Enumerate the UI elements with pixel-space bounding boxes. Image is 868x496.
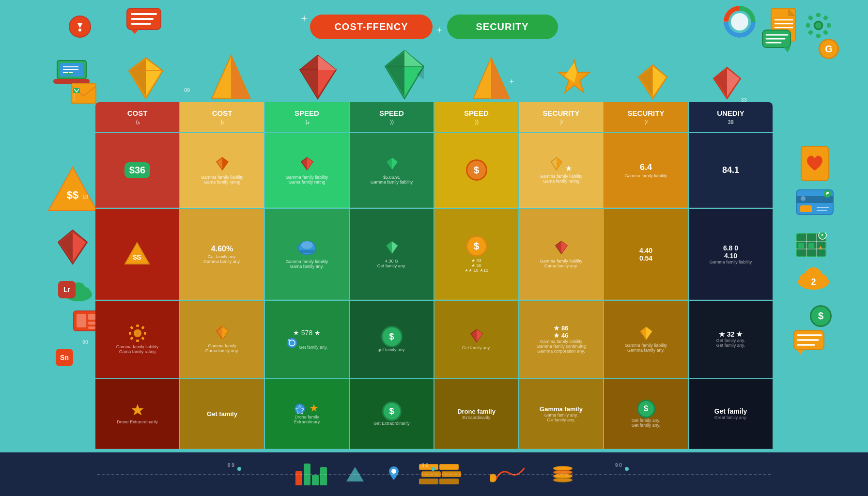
svg-point-21: [66, 287, 78, 298]
table-container: COST ⟨₅ COST ⟨₅ SPEED ⟨₄ SPEED ⟩⟩: [94, 101, 774, 450]
cell-4-3: Drone familyExtraordinary: [265, 379, 349, 449]
col-header-speed3-sub: ⟩⟩: [475, 119, 479, 125]
bar-1: [295, 471, 302, 485]
cell-2-8: 6.8 04.10 Gamma family liability: [689, 209, 773, 300]
svg-point-75: [805, 267, 822, 285]
svg-rect-122: [299, 250, 315, 253]
header-buttons: COST-FFENCY SECURITY: [94, 15, 774, 39]
svg-rect-132: [130, 326, 134, 330]
svg-rect-129: [136, 340, 139, 342]
deco-number-3: 90: [82, 339, 88, 345]
svg-marker-82: [797, 350, 804, 355]
svg-point-40: [814, 21, 823, 31]
cell-4-7-sub: Get family any.Get family any.: [607, 418, 685, 428]
table-row-3: Gamma family liabilityGama family rating…: [95, 301, 773, 378]
bar-3: [312, 475, 319, 485]
cell-2-2-num: 4.60%: [183, 245, 261, 253]
cell-1-3: Gamma family liabilityGama family rating: [265, 133, 349, 208]
bottom-num-2: 3 6: [421, 463, 428, 468]
block-6: [439, 479, 459, 484]
coin-4: [553, 478, 573, 482]
dot-marker-2: [431, 467, 435, 471]
cell-1-8: 84.1: [689, 133, 773, 208]
svg-rect-44: [827, 23, 831, 28]
comparison-table: COST ⟨₅ COST ⟨₅ SPEED ⟨₄ SPEED ⟩⟩: [94, 101, 774, 450]
svg-point-62: [823, 190, 831, 198]
svg-point-149: [391, 469, 396, 474]
svg-marker-15: [48, 167, 97, 211]
cell-2-4-sub: 4.30 GGet family any.: [353, 259, 431, 268]
svg-point-150: [490, 474, 496, 482]
svg-rect-25: [77, 314, 86, 327]
cell-3-3-stars: ★ 578 ★: [293, 329, 321, 337]
table-row-4: Drone Extraordinarily Get family Dr: [95, 379, 773, 449]
svg-rect-64: [796, 233, 826, 257]
cell-3-6-num: ★ 86★ 46: [522, 325, 600, 339]
cell-2-7: 4.400.54: [604, 209, 688, 300]
svg-rect-135: [130, 337, 134, 341]
cell-1-4: $5.86.91Gamma family liability: [350, 133, 434, 208]
envelope-icon: [70, 82, 97, 106]
cell-2-5: $ ★ 93★ 50★★ 10 ★10: [434, 209, 518, 300]
svg-point-76: [815, 274, 827, 286]
cell-4-3-sub: Drone familyExtraordinary: [268, 415, 346, 424]
cell-2-2-sub: Ga. family any.Gamma family any.: [183, 254, 261, 264]
cell-4-8-sub: Great family any.: [692, 415, 770, 420]
col-header-speed2-sub: ⟩⟩: [390, 119, 394, 125]
cell-3-1: Gamma family liabilityGama family rating: [95, 301, 179, 378]
cost-efficiency-button[interactable]: COST-FFENCY: [310, 15, 432, 39]
cell-4-2: Get family: [180, 379, 264, 449]
svg-rect-70: [808, 243, 814, 248]
main-area: COST-FFENCY SECURITY: [94, 15, 774, 450]
cell-2-8-sub: Gamma family liability: [692, 260, 770, 264]
svg-point-137: [136, 331, 140, 335]
svg-rect-48: [807, 30, 813, 35]
cell-3-4: $ get family any.: [350, 301, 434, 378]
col-header-security1-sub: ⟩⁄: [560, 119, 563, 125]
cell-3-8-sub: Get family any.Get family any.: [692, 338, 770, 348]
security-button[interactable]: SECURITY: [447, 15, 558, 39]
cell-2-6: Gamma family liabilityGama family any.: [519, 209, 603, 300]
cell-4-5: Drone family Extraordinarily: [434, 379, 518, 449]
col-header-cost1: COST ⟨₅: [95, 102, 179, 132]
svg-point-49: [815, 22, 822, 30]
header-triangle-2: [209, 53, 253, 101]
diamond-icons-row: [94, 43, 774, 101]
dollar-circle-1: $: [466, 159, 487, 181]
table-row-2: $S 4.60% Ga. family any.Gamma family any…: [95, 209, 773, 300]
cell-2-1: $S: [95, 209, 179, 300]
svg-rect-142: [288, 339, 290, 341]
svg-point-73: [798, 274, 829, 290]
svg-rect-7: [57, 61, 86, 79]
svg-point-22: [71, 282, 86, 297]
svg-rect-45: [807, 15, 813, 21]
cell-3-2: Gamma familyGama family any.: [180, 301, 264, 378]
header-star-6: [556, 58, 592, 101]
cell-2-8-num: 6.8 04.10: [692, 244, 770, 260]
svg-rect-41: [816, 13, 821, 17]
cell-1-6: ★ Gamma family liabilityGama family rati…: [519, 133, 603, 208]
svg-marker-35: [788, 8, 795, 16]
cell-4-2-text: Get family: [183, 410, 261, 418]
svg-rect-133: [141, 337, 145, 341]
cell-3-5: Get family any.: [434, 301, 518, 378]
col-header-security2: SECURITY ⟩⁄: [604, 102, 688, 132]
svg-marker-17: [58, 230, 87, 264]
col-header-unediy: UNEDIY 39: [689, 102, 773, 132]
cell-3-4-sub: get family any.: [353, 347, 431, 352]
col-header-cost2: COST ⟨₅: [180, 102, 264, 132]
bottom-bar: [0, 452, 868, 496]
header-diamond-1: [126, 55, 165, 101]
cell-2-3-sub: Gamma family liabilityGama family any.: [268, 259, 346, 269]
block-2: [439, 464, 459, 470]
cell-1-7: 6.4 Gamma family liability: [604, 133, 688, 208]
credit-card-right: [795, 189, 834, 217]
cell-2-2: 4.60% Ga. family any.Gamma family any.: [180, 209, 264, 300]
svg-marker-19: [60, 232, 73, 262]
svg-point-61: [801, 196, 806, 201]
header-diamond-3: [297, 53, 339, 101]
cell-1-2: Gamma family liabilityGama family rating: [180, 133, 264, 208]
svg-marker-18: [73, 232, 86, 262]
col-header-speed1: SPEED ⟨₄: [265, 102, 349, 132]
table-row-1: $36 Gamma family liabilityGama family ra…: [95, 133, 773, 208]
